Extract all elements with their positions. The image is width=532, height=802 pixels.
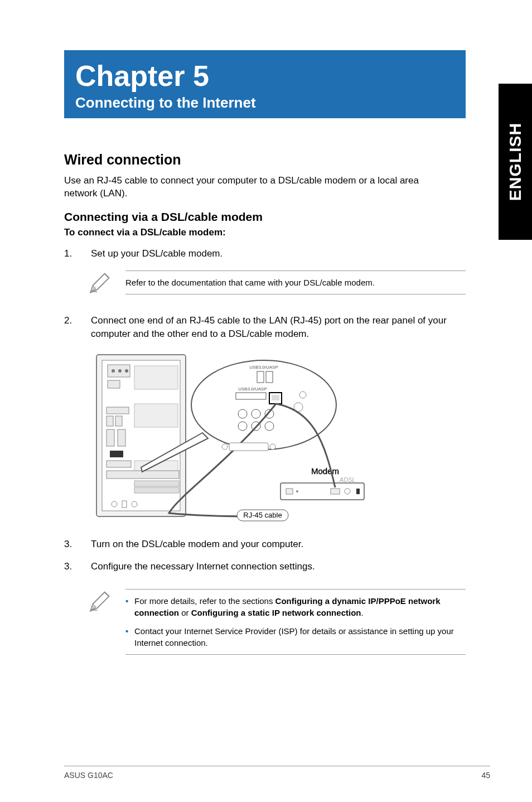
- page-footer: ASUS G10AC 45: [64, 766, 490, 780]
- note-block-1: Refer to the documentation that came wit…: [86, 270, 466, 298]
- svg-rect-11: [107, 429, 114, 446]
- svg-rect-20: [134, 487, 179, 493]
- svg-rect-8: [107, 407, 129, 414]
- svg-rect-12: [118, 429, 125, 446]
- svg-rect-19: [134, 481, 179, 486]
- section-heading-dsl: Connecting via a DSL/cable modem: [64, 210, 490, 224]
- svg-point-35: [238, 422, 247, 431]
- svg-rect-43: [331, 489, 340, 494]
- cable-label: RJ-45 cable: [243, 511, 282, 519]
- pencil-icon: [86, 588, 114, 617]
- step-3: 3. Turn on the DSL/cable modem and your …: [64, 538, 454, 551]
- svg-text:Modem: Modem: [311, 466, 339, 476]
- svg-rect-27: [266, 371, 273, 383]
- svg-point-33: [252, 409, 260, 418]
- svg-rect-41: [286, 489, 293, 494]
- step-text: Turn on the DSL/cable modem and your com…: [91, 538, 303, 551]
- svg-rect-16: [134, 404, 178, 427]
- svg-rect-10: [115, 416, 122, 426]
- svg-point-42: [296, 490, 298, 492]
- svg-rect-14: [107, 461, 131, 467]
- adsl-label: ADSL: [339, 476, 356, 483]
- svg-rect-31: [272, 395, 279, 400]
- note-text: Refer to the documentation that came wit…: [125, 270, 466, 294]
- svg-text:USB3.0/UASP: USB3.0/UASP: [238, 386, 267, 392]
- svg-point-6: [125, 369, 128, 373]
- intro-text: Use an RJ-45 cable to connect your compu…: [64, 175, 454, 200]
- step-text: Configure the necessary Internet connect…: [91, 560, 315, 573]
- svg-rect-7: [108, 380, 120, 388]
- chapter-title: Chapter 5: [75, 60, 454, 92]
- connection-diagram: USB3.0/UASP USB3.0/UASP AD: [91, 349, 370, 522]
- step-4: 3. Configure the necessary Internet conn…: [64, 560, 454, 573]
- footer-model: ASUS G10AC: [64, 771, 113, 780]
- svg-rect-48: [229, 443, 268, 451]
- svg-line-51: [105, 592, 109, 597]
- svg-point-4: [112, 369, 115, 373]
- svg-rect-45: [356, 489, 360, 494]
- svg-rect-13: [110, 451, 123, 457]
- section-heading-wired: Wired connection: [64, 152, 490, 168]
- svg-line-0: [105, 274, 109, 278]
- step-number: 3.: [64, 560, 91, 573]
- chapter-banner: Chapter 5 Connecting to the Internet: [64, 50, 466, 118]
- step-number: 3.: [64, 538, 91, 551]
- svg-rect-26: [257, 371, 264, 383]
- svg-point-50: [270, 444, 275, 450]
- note-bullet-2: Contact your Internet Service Provider (…: [125, 625, 466, 649]
- svg-rect-15: [134, 366, 178, 389]
- pencil-icon: [86, 269, 114, 298]
- svg-rect-9: [107, 416, 113, 426]
- note-text: For more details, refer to the sections …: [125, 589, 466, 655]
- svg-rect-29: [236, 393, 266, 399]
- page-content: Chapter 5 Connecting to the Internet Wir…: [0, 0, 532, 802]
- footer-page-number: 45: [481, 771, 490, 780]
- svg-point-5: [118, 369, 122, 373]
- step-2: 2. Connect one end of an RJ-45 cable to …: [64, 314, 454, 341]
- svg-point-32: [238, 409, 247, 418]
- step-text: Set up your DSL/cable modem.: [91, 247, 223, 260]
- step-1: 1. Set up your DSL/cable modem.: [64, 247, 454, 260]
- step-number: 2.: [64, 314, 91, 341]
- svg-text:USB3.0/UASP: USB3.0/UASP: [249, 365, 278, 370]
- note-block-2: For more details, refer to the sections …: [86, 589, 466, 655]
- svg-point-49: [222, 444, 228, 450]
- note-bullet-1: For more details, refer to the sections …: [125, 595, 466, 619]
- svg-point-37: [265, 422, 274, 431]
- chapter-subtitle: Connecting to the Internet: [75, 94, 454, 112]
- section-subheading-dsl: To connect via a DSL/cable modem:: [64, 227, 490, 238]
- step-number: 1.: [64, 247, 91, 260]
- step-text: Connect one end of an RJ-45 cable to the…: [91, 314, 454, 341]
